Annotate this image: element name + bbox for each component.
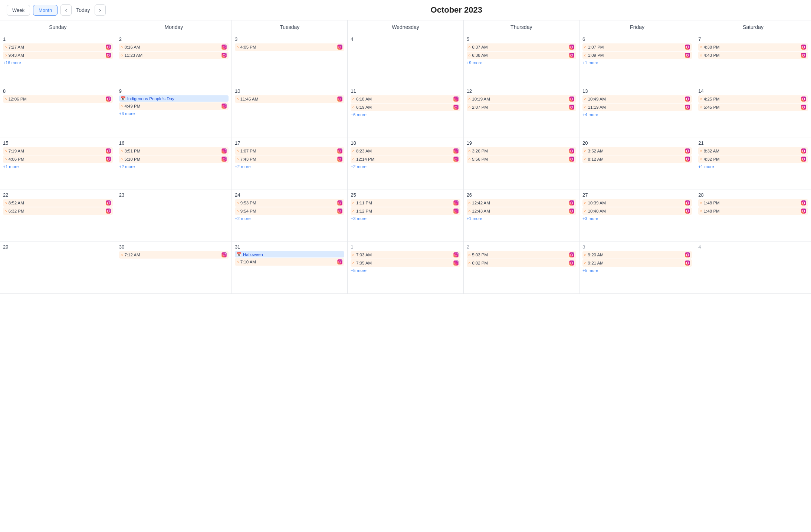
svg-rect-6 [221,45,226,49]
time-event[interactable]: ○5:45 PM [698,104,808,111]
instagram-icon [337,156,343,162]
more-link[interactable]: +6 more [351,112,460,117]
time-event[interactable]: ○12:42 AM [467,199,576,207]
time-event[interactable]: ○4:38 PM [698,43,808,51]
time-event[interactable]: ○4:25 PM [698,95,808,103]
day-number: 12 [467,88,576,94]
time-event[interactable]: ○11:19 AM [582,104,692,111]
time-event[interactable]: ○1:07 PM [582,43,692,51]
time-event[interactable]: ○6:19 AM [351,104,460,111]
clock-icon: ○ [700,149,702,153]
time-event[interactable]: ○7:10 AM [235,258,344,266]
time-event[interactable]: ○4:43 PM [698,52,808,59]
time-event[interactable]: ○2:07 PM [467,104,576,111]
more-link[interactable]: +5 more [351,268,460,273]
more-link[interactable]: +2 more [235,164,344,169]
prev-button[interactable]: ‹ [60,4,72,16]
more-link[interactable]: +16 more [3,60,113,65]
time-event[interactable]: ○7:12 AM [119,251,229,259]
svg-rect-147 [338,259,342,264]
time-event[interactable]: ○7:19 AM [3,147,113,155]
time-event[interactable]: ○3:26 PM [467,147,576,155]
time-event[interactable]: ○8:52 AM [3,199,113,207]
day-cell: 20○3:52 AM ○8:12 AM [579,138,695,190]
more-link[interactable]: +5 more [582,268,692,273]
time-event[interactable]: ○1:11 PM [351,199,460,207]
time-event[interactable]: ○1:48 PM [698,207,808,215]
clock-icon: ○ [236,45,239,49]
time-event[interactable]: ○10:39 AM [582,199,692,207]
time-event[interactable]: ○4:32 PM [698,155,808,163]
more-link[interactable]: +6 more [119,111,229,116]
today-button[interactable]: Today [75,7,91,13]
time-event[interactable]: ○6:02 PM [467,259,576,267]
more-link[interactable]: +1 more [3,164,113,169]
time-event[interactable]: ○7:03 AM [351,251,460,259]
time-event[interactable]: ○7:43 PM [235,155,344,163]
clock-icon: ○ [4,209,7,213]
clock-icon: ○ [584,53,587,58]
time-event[interactable]: ○8:12 AM [582,155,692,163]
event-time: 10:19 AM [472,97,490,101]
time-event[interactable]: ○6:18 AM [351,95,460,103]
more-link[interactable]: +2 more [351,164,460,169]
week-button[interactable]: Week [7,5,30,16]
holiday-event[interactable]: 📅Indigenous People's Day [119,95,229,102]
time-event[interactable]: ○9:53 PM [235,199,344,207]
time-event[interactable]: ○5:56 PM [467,155,576,163]
more-link[interactable]: +1 more [467,216,576,221]
time-event[interactable]: ○8:16 AM [119,43,229,51]
time-event[interactable]: ○9:43 AM [3,52,113,59]
time-event[interactable]: ○9:54 PM [235,207,344,215]
time-event[interactable]: ○11:23 AM [119,52,229,59]
time-event[interactable]: ○11:45 AM [235,95,344,103]
time-event[interactable]: ○12:14 PM [351,155,460,163]
time-event[interactable]: ○12:06 PM [3,95,113,103]
time-event[interactable]: ○6:38 AM [467,52,576,59]
instagram-icon [684,44,690,50]
svg-point-152 [457,253,457,254]
time-event[interactable]: ○8:23 AM [351,147,460,155]
more-link[interactable]: +3 more [351,216,460,221]
time-event[interactable]: ○10:49 AM [582,95,692,103]
more-link[interactable]: +2 more [119,164,229,169]
month-button[interactable]: Month [33,5,58,16]
next-button[interactable]: › [95,4,106,16]
time-event[interactable]: ○1:07 PM [235,147,344,155]
more-link[interactable]: +4 more [582,112,692,117]
time-event[interactable]: ○4:49 PM [119,102,229,110]
more-link[interactable]: +2 more [235,216,344,221]
time-event[interactable]: ○6:37 AM [467,43,576,51]
time-event[interactable]: ○5:03 PM [467,251,576,259]
time-event[interactable]: ○12:43 AM [467,207,576,215]
time-event[interactable]: ○7:05 AM [351,259,460,267]
clock-icon: ○ [352,105,355,109]
time-event[interactable]: ○3:52 AM [582,147,692,155]
days-header-row: SundayMondayTuesdayWednesdayThursdayFrid… [0,20,811,34]
time-event[interactable]: ○3:51 PM [119,147,229,155]
more-link[interactable]: +1 more [582,60,692,65]
day-number: 4 [351,36,460,42]
svg-point-47 [457,106,457,106]
instagram-icon [221,52,227,58]
instagram-icon [105,208,111,214]
more-link[interactable]: +1 more [698,164,808,169]
time-event[interactable]: ○1:48 PM [698,199,808,207]
day-cell: 7○4:38 PM ○4:43 PM [695,34,811,86]
time-event[interactable]: ○8:32 AM [698,147,808,155]
time-event[interactable]: ○4:05 PM [235,43,344,51]
time-event[interactable]: ○5:10 PM [119,155,229,163]
time-event[interactable]: ○1:12 PM [351,207,460,215]
instagram-icon [105,156,111,162]
time-event[interactable]: ○10:40 AM [582,207,692,215]
time-event[interactable]: ○9:21 AM [582,259,692,267]
holiday-event[interactable]: 📅Halloween [235,251,344,257]
time-event[interactable]: ○4:06 PM [3,155,113,163]
time-event[interactable]: ○7:27 AM [3,43,113,51]
time-event[interactable]: ○9:20 AM [582,251,692,259]
time-event[interactable]: ○1:09 PM [582,52,692,59]
time-event[interactable]: ○6:32 PM [3,207,113,215]
time-event[interactable]: ○10:19 AM [467,95,576,103]
more-link[interactable]: +3 more [582,216,692,221]
more-link[interactable]: +9 more [467,60,576,65]
